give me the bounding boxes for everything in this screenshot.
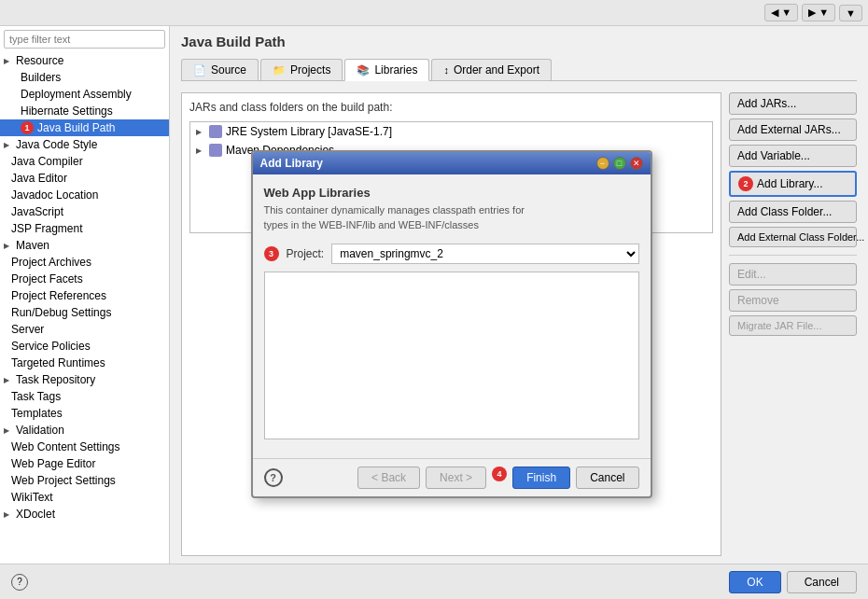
expand-icon: ▶: [4, 242, 13, 250]
step2-badge: 2: [738, 176, 753, 191]
tab-order-export[interactable]: Order and Export: [431, 59, 552, 80]
sidebar-item-jsp-fragment[interactable]: JSP Fragment: [0, 220, 169, 237]
sidebar-item-label: Web Project Settings: [11, 474, 116, 487]
sidebar-item-wikitext[interactable]: WikiText: [0, 489, 169, 506]
sidebar-item-builders[interactable]: Builders: [0, 69, 169, 86]
panel-with-buttons: JARs and class folders on the build path…: [181, 92, 857, 556]
sidebar-item-resource[interactable]: ▶ Resource: [0, 52, 169, 69]
sidebar-item-label: Deployment Assembly: [21, 88, 132, 101]
modal-help-button[interactable]: ?: [264, 468, 283, 487]
modal-title: Add Library: [260, 157, 323, 170]
edit-button[interactable]: Edit...: [729, 263, 857, 286]
expand-icon: ▶: [4, 376, 13, 384]
add-jars-button[interactable]: Add JARs...: [729, 92, 857, 115]
sidebar-item-task-tags[interactable]: Task Tags: [0, 388, 169, 405]
modal-body: Web App Libraries This container dynamic…: [253, 174, 651, 458]
modal-back-button[interactable]: < Back: [357, 467, 420, 489]
menu-button[interactable]: ▼: [839, 5, 862, 21]
sidebar-item-label: XDoclet: [16, 508, 55, 521]
remove-button[interactable]: Remove: [729, 289, 857, 312]
modal-finish-button[interactable]: Finish: [512, 467, 570, 489]
sidebar-item-maven[interactable]: ▶ Maven: [0, 237, 169, 254]
sidebar-item-label: Hibernate Settings: [21, 104, 113, 118]
sidebar-item-xdoclet[interactable]: ▶ XDoclet: [0, 506, 169, 522]
libraries-icon: [357, 63, 370, 77]
tab-projects[interactable]: Projects: [260, 59, 343, 80]
step1-badge: 1: [21, 121, 34, 134]
sidebar-item-label: JavaScript: [11, 205, 63, 218]
modal-nav-buttons: < Back Next > 4 Finish Cancel: [357, 467, 638, 489]
modal-cancel-button[interactable]: Cancel: [576, 467, 638, 489]
sidebar-item-task-repository[interactable]: ▶ Task Repository: [0, 371, 169, 388]
tab-source[interactable]: Source: [181, 59, 259, 80]
expand-icon: ▶: [4, 57, 13, 65]
sidebar-item-server[interactable]: Server: [0, 321, 169, 338]
sidebar-item-hibernate-settings[interactable]: Hibernate Settings: [0, 103, 169, 119]
tab-source-label: Source: [211, 63, 246, 77]
sidebar-item-label: Project Facets: [11, 272, 83, 286]
modal-content-area: [264, 272, 639, 439]
sidebar-item-java-build-path[interactable]: 1 Java Build Path: [0, 119, 169, 136]
sidebar: ▶ Resource Builders Deployment Assembly …: [0, 26, 170, 564]
sidebar-item-project-facets[interactable]: Project Facets: [0, 271, 169, 287]
add-class-folder-button[interactable]: Add Class Folder...: [729, 201, 857, 223]
modal-form-row: 3 Project: maven_springmvc_2: [264, 244, 639, 264]
sidebar-item-label: Web Page Editor: [11, 457, 96, 470]
sidebar-item-web-content-settings[interactable]: Web Content Settings: [0, 439, 169, 455]
sidebar-item-web-page-editor[interactable]: Web Page Editor: [0, 455, 169, 472]
sidebar-item-java-compiler[interactable]: Java Compiler: [0, 153, 169, 170]
sidebar-item-templates[interactable]: Templates: [0, 405, 169, 422]
expand-icon: ▶: [4, 426, 13, 435]
sidebar-item-label: Task Repository: [16, 373, 95, 386]
migrate-jar-button[interactable]: Migrate JAR File...: [729, 315, 857, 336]
add-external-jars-button[interactable]: Add External JARs...: [729, 118, 857, 141]
add-variable-button[interactable]: Add Variable...: [729, 145, 857, 167]
sidebar-item-java-editor[interactable]: Java Editor: [0, 170, 169, 187]
forward-button[interactable]: ▶ ▼: [802, 4, 835, 21]
modal-next-button[interactable]: Next >: [426, 467, 486, 489]
sidebar-item-targeted-runtimes[interactable]: Targeted Runtimes: [0, 355, 169, 371]
back-button[interactable]: ◀ ▼: [764, 4, 798, 21]
sidebar-item-run-debug-settings[interactable]: Run/Debug Settings: [0, 304, 169, 321]
modal-close-button[interactable]: ✕: [630, 157, 643, 170]
tabs-bar: Source Projects Libraries Order and Expo…: [181, 59, 857, 81]
step4-badge: 4: [492, 467, 507, 481]
sidebar-item-label: Task Tags: [11, 390, 61, 403]
sidebar-item-label: Validation: [16, 424, 64, 437]
sidebar-item-label: Java Compiler: [11, 155, 83, 168]
sidebar-item-label: WikiText: [11, 491, 53, 504]
sidebar-filter-input[interactable]: [4, 30, 165, 49]
add-external-class-folder-button[interactable]: Add External Class Folder...: [729, 227, 857, 247]
bottom-bar: ? OK Cancel: [0, 564, 868, 599]
sidebar-item-web-project-settings[interactable]: Web Project Settings: [0, 472, 169, 489]
ok-button[interactable]: OK: [729, 571, 780, 593]
modal-minimize-button[interactable]: −: [596, 157, 609, 170]
main-layout: ▶ Resource Builders Deployment Assembly …: [0, 26, 868, 564]
sidebar-item-java-code-style[interactable]: ▶ Java Code Style: [0, 136, 169, 153]
sidebar-item-service-policies[interactable]: Service Policies: [0, 338, 169, 355]
add-library-button[interactable]: 2 Add Library...: [729, 171, 857, 197]
sidebar-item-label: JSP Fragment: [11, 222, 82, 235]
sidebar-item-label: Service Policies: [11, 340, 91, 353]
sidebar-item-label: Maven: [16, 239, 49, 252]
bottom-help-button[interactable]: ?: [11, 574, 28, 591]
modal-overlay: Add Library − □ ✕ Web App Libraries This…: [182, 93, 721, 555]
modal-controls: − □ ✕: [596, 157, 643, 170]
sidebar-item-javadoc-location[interactable]: Javadoc Location: [0, 187, 169, 203]
sidebar-item-project-references[interactable]: Project References: [0, 287, 169, 304]
sidebar-item-label: Targeted Runtimes: [11, 356, 105, 369]
step3-badge: 3: [264, 246, 279, 261]
cancel-button[interactable]: Cancel: [787, 571, 857, 593]
tab-projects-label: Projects: [290, 63, 330, 77]
modal-maximize-button[interactable]: □: [613, 157, 626, 170]
modal-lib-title: Web App Libraries: [264, 186, 639, 200]
content-area: Java Build Path Source Projects Librarie…: [170, 26, 868, 564]
tab-libraries[interactable]: Libraries: [344, 59, 429, 81]
sidebar-item-project-archives[interactable]: Project Archives: [0, 254, 169, 271]
project-select[interactable]: maven_springmvc_2: [331, 244, 638, 264]
sidebar-item-validation[interactable]: ▶ Validation: [0, 422, 169, 439]
sidebar-item-label: Server: [11, 323, 44, 336]
sidebar-item-deployment-assembly[interactable]: Deployment Assembly: [0, 86, 169, 103]
sidebar-item-javascript[interactable]: JavaScript: [0, 203, 169, 220]
right-action-panel: Add JARs... Add External JARs... Add Var…: [721, 92, 857, 556]
